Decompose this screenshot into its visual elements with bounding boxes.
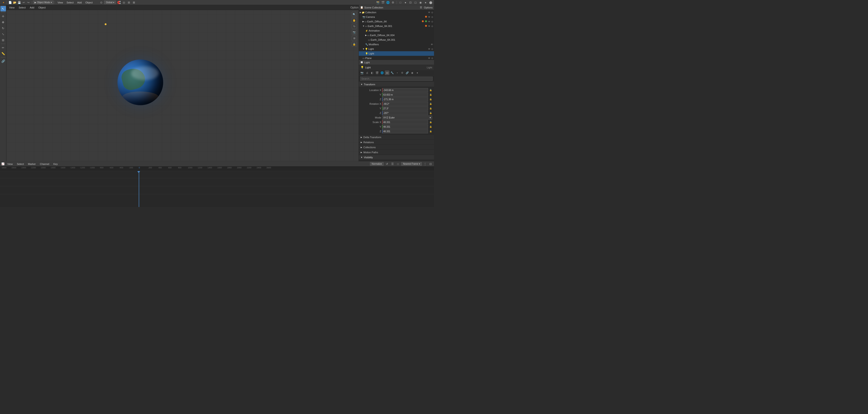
- relationship-tool-btn[interactable]: 🔗: [0, 58, 6, 64]
- tab-material[interactable]: ●: [415, 70, 420, 75]
- transform-tool-btn[interactable]: ⊞: [0, 37, 6, 43]
- tab-scene[interactable]: 🎬: [375, 70, 379, 75]
- rotation-z-field[interactable]: -287°: [382, 111, 428, 115]
- tl-extra-icon[interactable]: ⋮: [423, 162, 427, 166]
- location-y-lock[interactable]: 🔓: [429, 93, 432, 96]
- tl-menu-view[interactable]: View: [6, 162, 14, 166]
- transform-section-header[interactable]: ▼ Transform: [359, 82, 434, 87]
- outliner-filter-icon[interactable]: ☰: [420, 6, 422, 9]
- preferences-icon[interactable]: ⚙: [391, 0, 395, 5]
- world-icon[interactable]: 🌐: [386, 0, 390, 5]
- move-tool-btn[interactable]: ✥: [0, 20, 6, 25]
- outliner-item-anim[interactable]: ⚡ Animation: [359, 28, 434, 33]
- tl-menu-select[interactable]: Select: [16, 162, 25, 166]
- pan-btn[interactable]: ✋: [352, 18, 357, 23]
- scale-x-lock[interactable]: 🔓: [429, 121, 432, 124]
- outliner-item-earth2[interactable]: ▼ ▭ Earth_Diffuse_6K.001 👁 ⊙: [359, 24, 434, 28]
- tl-filter-icon[interactable]: ☰: [390, 162, 395, 166]
- location-z-lock[interactable]: 🔓: [429, 98, 432, 101]
- restrict-icon-10[interactable]: ⊙: [431, 57, 433, 59]
- rotation-z-lock[interactable]: 🔓: [429, 111, 432, 115]
- rotate-tool-btn[interactable]: ↻: [0, 25, 6, 31]
- scene-icon[interactable]: 🎬: [381, 0, 385, 5]
- tab-physics[interactable]: ⚙: [400, 70, 405, 75]
- cursor-tool-btn[interactable]: ✛: [0, 13, 6, 19]
- outliner-item-collection[interactable]: ▶ 📁 Collection 👁 ⊙: [359, 10, 434, 14]
- restrict-icon-2[interactable]: ⊙: [431, 20, 433, 23]
- viewport-shading-solid[interactable]: ◉: [418, 0, 423, 5]
- restrict-icon-0[interactable]: ⊙: [431, 11, 433, 14]
- shading-icon[interactable]: ●: [403, 0, 407, 5]
- outliner-item-camera[interactable]: 📷 Camera 👁 ⊙: [359, 14, 434, 19]
- location-y-field[interactable]: 63.653 m: [382, 93, 428, 97]
- tab-world[interactable]: 🌐: [380, 70, 384, 75]
- rotation-y-lock[interactable]: 🔓: [429, 107, 432, 110]
- tl-menu-channel[interactable]: Channel: [38, 162, 51, 166]
- eye-icon-3[interactable]: 👁: [428, 25, 430, 27]
- scale-x-field[interactable]: 48.331: [382, 120, 428, 124]
- scale-tool-btn[interactable]: ⤡: [0, 31, 6, 37]
- scale-y-lock[interactable]: 🔓: [429, 125, 432, 128]
- props-search-input[interactable]: [360, 77, 433, 81]
- rotation-y-field[interactable]: 27.3°: [382, 106, 428, 111]
- rotation-x-field[interactable]: -48.2°: [382, 102, 428, 106]
- menu-add[interactable]: Add: [76, 1, 84, 4]
- outliner-item-light[interactable]: ▼ 💡 Light 👁 ⊙: [359, 47, 434, 51]
- proportional-icon[interactable]: ◎: [122, 0, 126, 5]
- tab-particles[interactable]: ⦁: [395, 70, 400, 75]
- render-icon[interactable]: 📸: [376, 0, 380, 5]
- redo-icon[interactable]: ↪: [26, 0, 30, 5]
- tab-view-layer[interactable]: ◧: [370, 70, 374, 75]
- menu-object[interactable]: Object: [84, 1, 94, 4]
- collections-header[interactable]: ▶ Collections: [359, 145, 434, 150]
- viewport-menu-view[interactable]: View: [8, 6, 16, 9]
- menu-select[interactable]: Select: [65, 1, 75, 4]
- normalize-toggle[interactable]: Normalize: [370, 162, 383, 166]
- nearest-frame-badge[interactable]: Nearest Frame ▾: [401, 162, 422, 166]
- outliner-item-earth1[interactable]: ▶ ▭ Earth_Diffuse_6K 👁 ⊙: [359, 19, 434, 24]
- menu-view[interactable]: View: [56, 1, 65, 4]
- restrict-icon-8[interactable]: ⊙: [431, 48, 433, 50]
- transform-orientation[interactable]: Global ▾: [104, 1, 116, 4]
- location-x-field[interactable]: -343.68 m: [382, 88, 428, 92]
- eye-icon-7[interactable]: 👁: [431, 43, 433, 46]
- location-z-field[interactable]: -271.38 m: [382, 97, 428, 101]
- scale-z-lock[interactable]: 🔓: [429, 130, 432, 133]
- tl-view-icon[interactable]: □: [396, 162, 400, 166]
- outliner-item-earth3[interactable]: ▶ ▭ Earth_Diffuse_6K.004: [359, 33, 434, 37]
- tl-snap-icon[interactable]: ⊡: [429, 162, 433, 166]
- tab-constraints[interactable]: 🔗: [405, 70, 409, 75]
- eye-icon-0[interactable]: 👁: [428, 11, 430, 14]
- overlay-icon[interactable]: ⊡: [408, 0, 412, 5]
- tab-output[interactable]: 🖨: [365, 70, 369, 75]
- location-x-lock[interactable]: 🔓: [429, 89, 432, 92]
- tab-render[interactable]: 📷: [360, 70, 364, 75]
- delta-transform-header[interactable]: ▶ Delta Transform: [359, 135, 434, 140]
- restrict-icon-3[interactable]: ⊙: [431, 25, 433, 27]
- camera-btn[interactable]: 📷: [352, 30, 357, 35]
- app-icon[interactable]: 🔸: [1, 0, 5, 5]
- eye-icon-1[interactable]: 👁: [428, 16, 430, 18]
- relations-header[interactable]: ▶ Relations: [359, 140, 434, 145]
- eye-icon-8[interactable]: 👁: [428, 48, 430, 50]
- rotation-mode-dropdown[interactable]: XYZ Euler ▾: [382, 116, 432, 120]
- undo-icon[interactable]: ↩: [22, 0, 26, 5]
- tab-object[interactable]: ▭: [385, 70, 390, 75]
- pivot-icon[interactable]: ⊙: [99, 0, 103, 5]
- tl-menu-key[interactable]: Key: [52, 162, 59, 166]
- timeline-graph[interactable]: [0, 171, 434, 207]
- grid-btn[interactable]: ⊞: [352, 36, 357, 41]
- motion-paths-header[interactable]: ▶ Motion Paths: [359, 150, 434, 155]
- scale-z-field[interactable]: 48.331: [382, 129, 428, 134]
- viewport-shading-mat[interactable]: ●: [424, 0, 428, 5]
- restrict-icon-1[interactable]: ⊙: [431, 16, 433, 18]
- visibility-section-header[interactable]: ▼ Visibility: [359, 155, 434, 160]
- select-tool-btn[interactable]: ↖: [0, 6, 6, 11]
- outliner-options-label[interactable]: Options: [424, 6, 433, 9]
- viewport-options-btn[interactable]: Options: [353, 5, 357, 9]
- rotate-view-btn[interactable]: ↻: [352, 24, 357, 29]
- outliner-item-modifiers[interactable]: 🔧 Modifiers 👁: [359, 42, 434, 47]
- tl-refresh-icon[interactable]: ↺: [385, 162, 389, 166]
- annotate-tool-btn[interactable]: ✏: [0, 45, 6, 50]
- scale-y-field[interactable]: 48.331: [382, 125, 428, 129]
